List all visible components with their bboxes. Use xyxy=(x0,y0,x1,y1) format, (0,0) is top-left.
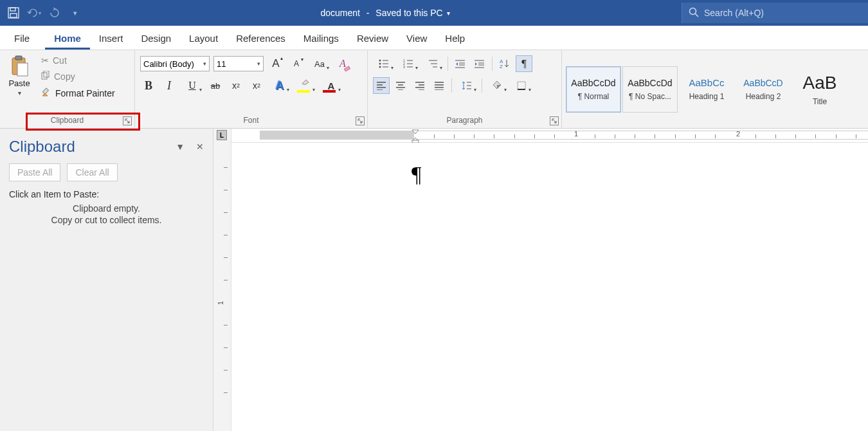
group-font: Calibri (Body) ▾ 11 ▾ A▴ A▾ Aa A B I U xyxy=(135,50,368,128)
paste-all-button[interactable]: Paste All xyxy=(9,163,60,181)
tab-view[interactable]: View xyxy=(397,28,436,50)
group-clipboard: Paste ▾ ✂ Cut Copy Format Painter Clipb xyxy=(0,50,135,128)
search-input[interactable] xyxy=(704,8,862,18)
align-right-button[interactable] xyxy=(411,77,428,94)
document-page[interactable]: ¶ xyxy=(231,143,868,431)
font-launcher[interactable] xyxy=(356,116,365,125)
svg-rect-9 xyxy=(44,71,49,77)
main-area: Clipboard ▼ ✕ Paste All Clear All Click … xyxy=(0,129,868,431)
svg-rect-11 xyxy=(345,66,350,71)
pane-instruction: Click an Item to Paste: xyxy=(9,189,204,199)
paste-label: Paste xyxy=(8,78,30,88)
svg-rect-8 xyxy=(42,73,47,79)
shading-button[interactable] xyxy=(486,77,508,94)
text-effects-button[interactable]: A xyxy=(269,77,291,94)
shrink-font-button[interactable]: A▾ xyxy=(288,55,305,72)
borders-button[interactable] xyxy=(511,77,532,94)
svg-rect-7 xyxy=(17,63,28,76)
align-left-button[interactable] xyxy=(373,77,390,94)
numbering-button[interactable]: 123 xyxy=(397,55,419,72)
scissors-icon: ✂ xyxy=(41,55,49,66)
search-box[interactable] xyxy=(682,3,868,23)
tab-mailings[interactable]: Mailings xyxy=(294,28,348,50)
bullets-button[interactable] xyxy=(373,55,395,72)
title-dropdown-icon[interactable]: ▾ xyxy=(447,10,450,17)
multilevel-list-button[interactable] xyxy=(422,55,444,72)
align-center-button[interactable] xyxy=(392,77,409,94)
chevron-down-icon: ▾ xyxy=(203,60,206,67)
vertical-ruler[interactable]: L 1 xyxy=(213,129,231,431)
tab-design[interactable]: Design xyxy=(132,28,180,50)
group-paragraph: 123 AZ ¶ xyxy=(368,50,562,128)
font-size-combo[interactable]: 11 ▾ xyxy=(213,56,264,71)
superscript-button[interactable]: x2 xyxy=(248,77,265,94)
style-normal[interactable]: AaBbCcDd ¶ Normal xyxy=(566,66,621,113)
copy-label: Copy xyxy=(54,71,75,82)
ruler-corner[interactable]: L xyxy=(217,130,227,140)
svg-line-4 xyxy=(696,14,699,17)
style-heading-1[interactable]: AaBbCc Heading 1 xyxy=(679,66,734,113)
tab-review[interactable]: Review xyxy=(348,28,397,50)
search-icon xyxy=(689,7,699,19)
tab-home[interactable]: Home xyxy=(45,28,90,50)
pane-options-icon[interactable]: ▼ xyxy=(176,142,185,152)
group-label-font: Font xyxy=(135,113,367,128)
decrease-indent-button[interactable] xyxy=(452,55,469,72)
redo-icon[interactable] xyxy=(48,6,62,20)
tab-references[interactable]: References xyxy=(227,28,294,50)
save-icon[interactable] xyxy=(6,6,21,20)
svg-point-3 xyxy=(690,8,696,14)
window-title: document - Saved to this PC ▾ xyxy=(89,8,682,18)
italic-button[interactable]: I xyxy=(161,77,177,94)
style-heading-2[interactable]: AaBbCcD Heading 2 xyxy=(736,66,791,113)
cut-label: Cut xyxy=(53,55,67,66)
qat-dropdown-icon[interactable]: ▾ xyxy=(68,6,82,20)
svg-point-14 xyxy=(379,63,381,65)
justify-button[interactable] xyxy=(431,77,448,94)
subscript-button[interactable]: x2 xyxy=(228,77,244,94)
document-area: L 1 1 2 xyxy=(213,129,868,431)
clipboard-launcher[interactable] xyxy=(123,116,132,125)
horizontal-ruler[interactable]: 1 2 xyxy=(231,129,868,143)
strikethrough-button[interactable]: ab xyxy=(207,77,224,94)
bold-button[interactable]: B xyxy=(140,77,157,94)
ribbon-tabs: File Home Insert Design Layout Reference… xyxy=(0,26,868,50)
tab-insert[interactable]: Insert xyxy=(90,28,132,50)
group-styles: AaBbCcDd ¶ Normal AaBbCcDd ¶ No Spac... … xyxy=(562,50,868,128)
svg-point-12 xyxy=(379,60,381,62)
tab-help[interactable]: Help xyxy=(436,28,474,50)
quick-access-toolbar: ▾ ▾ xyxy=(0,6,89,20)
highlight-button[interactable] xyxy=(294,77,316,94)
cut-button[interactable]: ✂ Cut xyxy=(39,54,118,67)
undo-icon[interactable]: ▾ xyxy=(27,6,41,20)
font-name-combo[interactable]: Calibri (Body) ▾ xyxy=(140,56,210,71)
clipboard-pane: Clipboard ▼ ✕ Paste All Clear All Click … xyxy=(0,129,213,431)
line-spacing-button[interactable] xyxy=(456,77,478,94)
show-hide-button[interactable]: ¶ xyxy=(516,55,532,72)
grow-font-button[interactable]: A▴ xyxy=(267,55,284,72)
copy-button[interactable]: Copy xyxy=(39,69,118,83)
style-no-spacing[interactable]: AaBbCcDd ¶ No Spac... xyxy=(622,66,678,113)
brush-icon xyxy=(41,87,51,99)
pane-close-icon[interactable]: ✕ xyxy=(196,142,204,152)
save-status[interactable]: Saved to this PC xyxy=(375,8,442,18)
format-painter-button[interactable]: Format Painter xyxy=(39,86,118,100)
svg-rect-56 xyxy=(518,82,525,89)
paragraph-launcher[interactable] xyxy=(550,116,559,125)
svg-rect-2 xyxy=(10,14,17,17)
ribbon: Paste ▾ ✂ Cut Copy Format Painter Clipb xyxy=(0,50,868,129)
increase-indent-button[interactable] xyxy=(471,55,488,72)
sort-button[interactable]: AZ xyxy=(496,55,513,72)
paragraph-mark: ¶ xyxy=(411,162,421,186)
clear-all-button[interactable]: Clear All xyxy=(67,163,117,181)
paste-dropdown-icon[interactable]: ▾ xyxy=(18,89,21,96)
paste-button[interactable]: Paste ▾ xyxy=(4,53,35,110)
clear-formatting-button[interactable]: A xyxy=(334,55,351,72)
tab-file[interactable]: File xyxy=(5,28,39,50)
change-case-button[interactable]: Aa xyxy=(309,55,330,72)
font-color-button[interactable]: A xyxy=(320,77,342,94)
style-title[interactable]: AaB Title xyxy=(792,66,847,113)
tab-layout[interactable]: Layout xyxy=(180,28,227,50)
underline-button[interactable]: U xyxy=(181,77,203,94)
copy-icon xyxy=(41,71,50,82)
